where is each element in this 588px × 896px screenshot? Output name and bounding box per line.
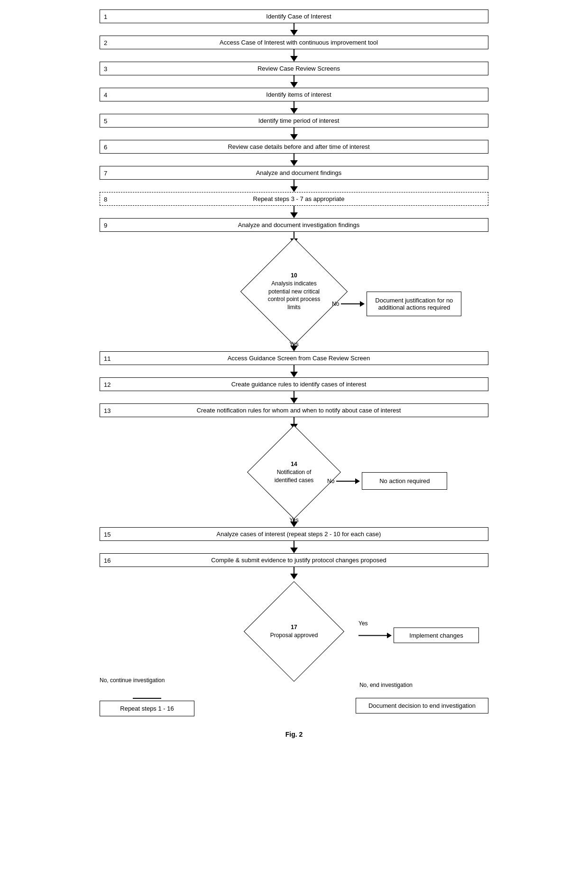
- end-box-text: Document decision to end investigation: [368, 702, 476, 709]
- yes-arrow-right-17: [387, 632, 392, 638]
- line: [294, 180, 294, 186]
- step-8-number: 8: [104, 195, 107, 202]
- step-8-text: Repeat steps 3 - 7 as appropriate: [253, 195, 345, 202]
- step-13-box: 13 Create notification rules for whom an…: [100, 403, 488, 417]
- line: [294, 75, 294, 82]
- arrow-right-14: [355, 478, 360, 484]
- diamond-14-text: 14 Notification of identified cases: [268, 460, 320, 484]
- step-6-text: Review case details before and after tim…: [228, 143, 369, 150]
- line: [294, 365, 294, 372]
- step-2-box: 2 Access Case of Interest with continuou…: [100, 36, 488, 49]
- step-12-text: Create guidance rules to identify cases …: [231, 381, 367, 388]
- step-16-box: 16 Compile & submit evidence to justify …: [100, 553, 488, 567]
- side-box-14-text: No action required: [379, 477, 430, 485]
- arrow-down: [290, 548, 298, 553]
- side-box-10-text: Document justification for no additional…: [375, 297, 453, 311]
- diagram-container: 1 Identify Case of Interest 2 Access Cas…: [33, 9, 555, 738]
- diamond-17: 17 Proposal approved: [244, 581, 344, 682]
- arrow-down: [290, 56, 298, 62]
- no-label-14: No: [327, 478, 334, 485]
- repeat-box-text: Repeat steps 1 - 16: [120, 705, 174, 712]
- line: [294, 567, 294, 574]
- implement-box-17: Implement changes: [394, 628, 479, 643]
- diamond-10-text: 10 Analysis indicates potential new crit…: [263, 272, 325, 311]
- v-to-repeat: [133, 698, 161, 699]
- step-3-text: Review Case Review Screens: [257, 65, 340, 72]
- bottom-section: Repeat steps 1 - 16 Document decision to…: [100, 698, 488, 716]
- step-1-number: 1: [104, 13, 107, 20]
- end-section: Document decision to end investigation: [356, 698, 488, 713]
- step-12-number: 12: [104, 381, 110, 388]
- connector-5: [290, 128, 298, 140]
- step-7-number: 7: [104, 169, 107, 176]
- step-16-number: 16: [104, 557, 110, 564]
- step-3-number: 3: [104, 65, 107, 72]
- diamond-10-container: 10 Analysis indicates potential new crit…: [100, 244, 488, 339]
- step-11-box: 11 Access Guidance Screen from Case Revi…: [100, 351, 488, 365]
- arrow-down: [290, 160, 298, 166]
- no-label-10: No: [332, 301, 339, 307]
- yes-label-17: Yes: [358, 620, 368, 627]
- h-line-10: [341, 303, 360, 304]
- step-4-box: 4 Identify items of interest: [100, 88, 488, 101]
- connector-15: [290, 541, 298, 553]
- arrow-right-10: [360, 301, 365, 307]
- step-9-box: 9 Analyze and document investigation fin…: [100, 218, 488, 232]
- step-1-box: 1 Identify Case of Interest: [100, 9, 488, 23]
- step-15-text: Analyze cases of interest (repeat steps …: [217, 530, 381, 538]
- line: [294, 49, 294, 56]
- implement-box-text: Implement changes: [409, 632, 463, 639]
- diamond-14-container: 14 Notification of identified cases No N…: [100, 430, 488, 515]
- line: [294, 101, 294, 108]
- step-13-text: Create notification rules for whom and w…: [197, 407, 401, 414]
- step-7-box: 7 Analyze and document findings: [100, 166, 488, 180]
- step-1-text: Identify Case of Interest: [266, 13, 331, 20]
- line: [294, 417, 294, 424]
- no-continue-label-17: No, continue investigation: [100, 677, 165, 684]
- step-4-number: 4: [104, 91, 107, 98]
- line: [294, 154, 294, 160]
- repeat-section: Repeat steps 1 - 16: [100, 698, 194, 716]
- step-2-number: 2: [104, 39, 107, 46]
- h-line-14: [336, 481, 355, 482]
- step-11-text: Access Guidance Screen from Case Review …: [228, 355, 370, 362]
- step-7-text: Analyze and document findings: [256, 169, 342, 176]
- step-4-text: Identify items of interest: [266, 91, 331, 98]
- side-box-14: No action required: [362, 472, 447, 490]
- arrow-down: [290, 108, 298, 114]
- repeat-box: Repeat steps 1 - 16: [100, 701, 194, 716]
- no-arrow-10: No Document justification for no additio…: [332, 292, 461, 316]
- step-13-number: 13: [104, 407, 110, 414]
- diamond-17-container: 17 Proposal approved Yes Implement chang…: [100, 579, 488, 684]
- step-8-box: 8 Repeat steps 3 - 7 as appropriate: [100, 192, 488, 206]
- connector-4: [290, 101, 298, 114]
- connector-7: [290, 180, 298, 192]
- step-3-box: 3 Review Case Review Screens: [100, 62, 488, 75]
- no-end-label-17: No, end investigation: [359, 682, 413, 688]
- yes-arrow-17: Yes Implement changes: [358, 620, 479, 643]
- line: [294, 206, 294, 212]
- yes-label-14: Yes: [289, 517, 299, 523]
- end-box: Document decision to end investigation: [356, 698, 488, 713]
- connector-3: [290, 75, 298, 88]
- step-15-box: 15 Analyze cases of interest (repeat ste…: [100, 527, 488, 541]
- connector-1: [290, 23, 298, 36]
- connector-12: [290, 391, 298, 403]
- step-2-text: Access Case of Interest with continuous …: [220, 39, 378, 46]
- arrow-down: [290, 398, 298, 403]
- no-arrow-14: No No action required: [327, 472, 447, 490]
- diamond-17-num: 17: [291, 624, 297, 631]
- step-16-text: Compile & submit evidence to justify pro…: [211, 557, 386, 564]
- step-12-box: 12 Create guidance rules to identify cas…: [100, 377, 488, 391]
- step-5-box: 5 Identify time period of interest: [100, 114, 488, 128]
- step-11-number: 11: [104, 355, 110, 362]
- connector-11: [290, 365, 298, 377]
- arrow-down: [290, 134, 298, 140]
- arrow-down: [290, 30, 298, 36]
- connector-8: [290, 206, 298, 218]
- diamond-10-num: 10: [291, 272, 297, 279]
- step-5-number: 5: [104, 117, 107, 124]
- step-6-number: 6: [104, 143, 107, 150]
- arrow-down: [290, 372, 298, 377]
- step-15-number: 15: [104, 530, 110, 538]
